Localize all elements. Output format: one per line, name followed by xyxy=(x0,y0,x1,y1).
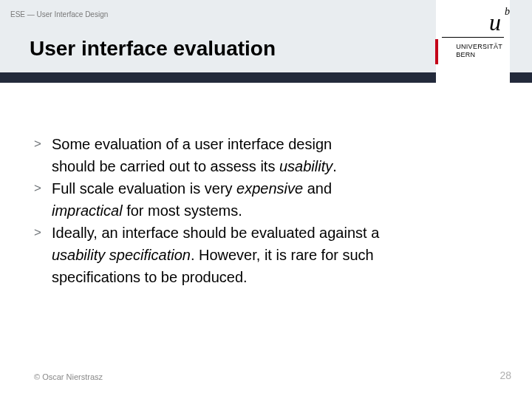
logo-divider xyxy=(442,37,504,38)
list-item-continuation: specifications to be produced. xyxy=(34,267,448,287)
logo-text-line2: BERN xyxy=(456,51,502,59)
page-number: 28 xyxy=(499,369,511,381)
list-item: > Full scale evaluation is very expensiv… xyxy=(34,179,448,198)
logo-letter-b: b xyxy=(505,6,510,18)
slide: ESE — User Interface Design User interfa… xyxy=(0,0,532,399)
breadcrumb: ESE — User Interface Design xyxy=(10,10,108,18)
footer-copyright: © Oscar Nierstrasz xyxy=(34,372,103,381)
list-item-continuation: usability specification. However, it is … xyxy=(34,245,448,265)
bullet-marker: > xyxy=(34,134,52,154)
university-logo: u b UNIVERSITÄT BERN xyxy=(436,0,510,98)
list-item-continuation: impractical for most systems. xyxy=(34,201,448,220)
bullet-marker: > xyxy=(34,179,52,198)
logo-red-accent xyxy=(435,39,438,64)
bullet-text: specifications to be produced. xyxy=(52,267,248,287)
bullet-text: should be carried out to assess its usab… xyxy=(52,157,337,176)
list-item: > Ideally, an interface should be evalua… xyxy=(34,223,448,242)
bullet-text: usability specification. However, it is … xyxy=(52,245,374,265)
list-item-continuation: should be carried out to assess its usab… xyxy=(34,157,448,176)
bullet-text: Ideally, an interface should be evaluate… xyxy=(52,223,379,242)
bullet-text: impractical for most systems. xyxy=(52,201,242,220)
bullet-list: > Some evaluation of a user interface de… xyxy=(34,134,448,290)
logo-text-line1: UNIVERSITÄT xyxy=(456,43,502,51)
page-title: User interface evaluation xyxy=(30,37,276,61)
bullet-text: Full scale evaluation is very expensive … xyxy=(52,179,332,198)
list-item: > Some evaluation of a user interface de… xyxy=(34,134,448,154)
bullet-marker: > xyxy=(34,223,52,242)
logo-text: UNIVERSITÄT BERN xyxy=(456,43,502,59)
bullet-text: Some evaluation of a user interface desi… xyxy=(52,134,332,154)
logo-letter-u: u xyxy=(489,9,501,36)
